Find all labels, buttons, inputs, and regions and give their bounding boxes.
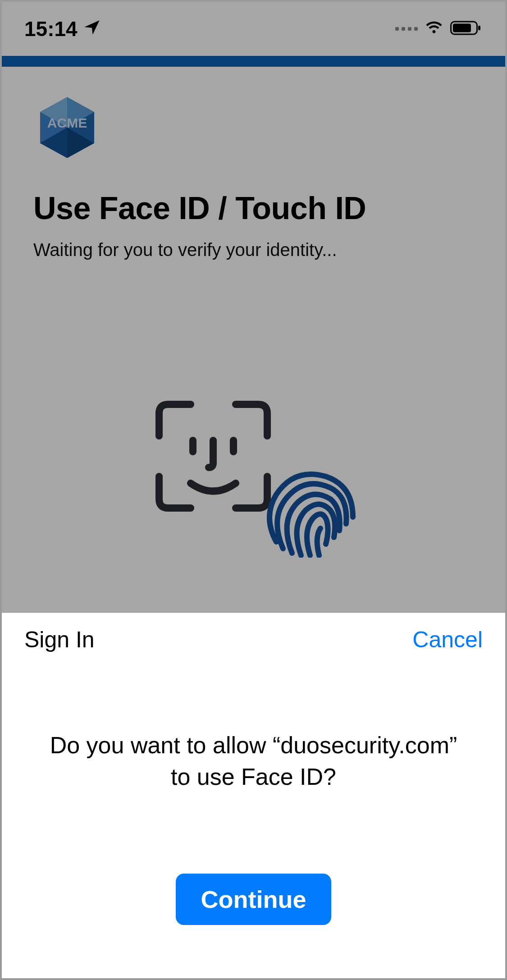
main-content: ACME Use Face ID / Touch ID Waiting for … xyxy=(2,67,505,558)
touchid-icon xyxy=(269,474,353,555)
signin-sheet: Sign In Cancel Do you want to allow “duo… xyxy=(2,613,505,978)
location-arrow-icon xyxy=(83,17,101,41)
continue-button[interactable]: Continue xyxy=(176,874,332,925)
cancel-button[interactable]: Cancel xyxy=(412,627,483,653)
status-bar: 15:14 xyxy=(2,2,505,56)
wifi-icon xyxy=(424,17,444,41)
svg-rect-2 xyxy=(478,26,480,30)
device-frame: 15:14 xyxy=(0,0,507,980)
acme-logo-icon: ACME xyxy=(33,94,101,161)
faceid-icon xyxy=(159,404,267,508)
cellular-dots-icon xyxy=(395,27,418,31)
sheet-prompt: Do you want to allow “duosecurity.com” t… xyxy=(20,729,487,792)
brand-logo: ACME xyxy=(33,94,474,163)
status-time: 15:14 xyxy=(24,17,78,41)
status-bar-right xyxy=(395,17,483,41)
sheet-footer: Continue xyxy=(20,874,487,925)
page-heading: Use Face ID / Touch ID xyxy=(33,190,474,226)
acme-logo-text: ACME xyxy=(47,115,87,130)
battery-icon xyxy=(450,17,483,41)
status-bar-left: 15:14 xyxy=(24,17,101,41)
biometric-illustration xyxy=(33,395,474,558)
sheet-title: Sign In xyxy=(24,627,95,653)
top-accent-bar xyxy=(2,56,505,67)
svg-rect-1 xyxy=(453,24,471,32)
sheet-header: Sign In Cancel xyxy=(20,627,487,653)
page-subheading: Waiting for you to verify your identity.… xyxy=(33,240,474,260)
